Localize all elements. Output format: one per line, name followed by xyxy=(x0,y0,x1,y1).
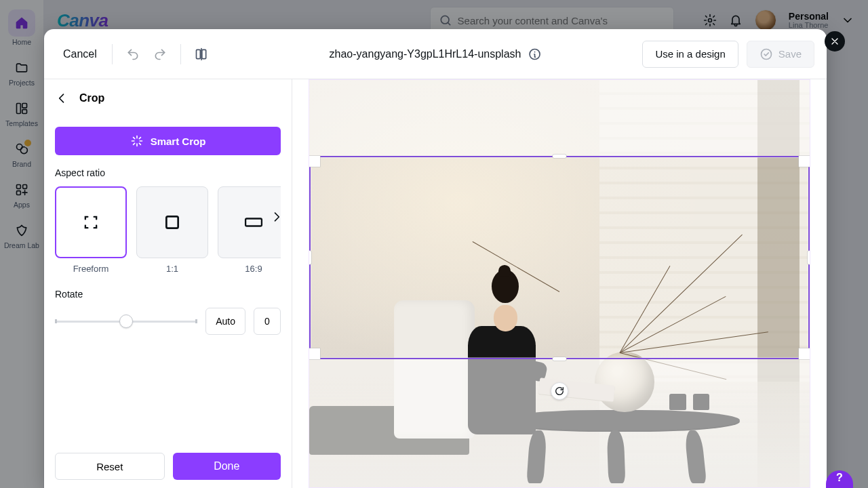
modal-header: Cancel zhao-yangyang-Y3gpL1HrL14-unsplas… xyxy=(44,29,827,79)
crop-handle-right[interactable] xyxy=(808,251,810,264)
crop-rectangle[interactable] xyxy=(309,156,810,359)
done-button[interactable]: Done xyxy=(173,453,281,480)
crop-title: Crop xyxy=(79,92,104,104)
svg-rect-14 xyxy=(166,216,178,228)
image-preview[interactable] xyxy=(309,79,810,488)
chevron-right-icon xyxy=(270,210,283,224)
rotate-value[interactable]: 0 xyxy=(254,308,281,335)
crop-handle-top[interactable] xyxy=(553,155,566,158)
canvas-area xyxy=(292,79,827,488)
crop-handle-tl[interactable] xyxy=(309,156,320,167)
sparkle-icon xyxy=(130,134,144,148)
ratio-caption: 1:1 xyxy=(166,264,178,274)
redo-button[interactable] xyxy=(148,42,172,66)
save-button[interactable]: Save xyxy=(747,41,814,68)
freeform-icon[interactable] xyxy=(55,186,127,258)
crop-dim-bottom xyxy=(309,359,810,487)
rotate-slider[interactable] xyxy=(55,313,197,329)
save-label: Save xyxy=(778,48,802,60)
rotate-auto-button[interactable]: Auto xyxy=(205,308,245,335)
crop-handle-tr[interactable] xyxy=(799,156,810,167)
rotate-handle[interactable] xyxy=(551,382,568,400)
slider-thumb[interactable] xyxy=(119,314,133,328)
aspect-ratio-list: Freeform 1:1 16:9 xyxy=(55,186,281,274)
square-icon[interactable] xyxy=(136,186,208,258)
crop-dim-top xyxy=(309,80,810,156)
crop-panel: Crop Smart Crop Aspect ratio Freeform xyxy=(44,79,292,488)
filename: zhao-yangyang-Y3gpL1HrL14-unsplash xyxy=(330,48,521,60)
crop-handle-bottom[interactable] xyxy=(553,357,566,361)
close-button[interactable] xyxy=(825,31,845,52)
rotate-label: Rotate xyxy=(55,289,281,300)
reset-button[interactable]: Reset xyxy=(55,453,165,480)
smart-crop-button[interactable]: Smart Crop xyxy=(55,127,281,155)
back-icon[interactable] xyxy=(55,92,68,105)
use-in-design-label: Use in a design xyxy=(655,48,725,60)
rotate-icon xyxy=(554,386,565,396)
compare-button[interactable] xyxy=(189,42,214,66)
svg-rect-15 xyxy=(245,219,262,226)
svg-rect-10 xyxy=(196,49,200,58)
aspect-ratio-freeform[interactable]: Freeform xyxy=(55,186,127,274)
modal-body: Crop Smart Crop Aspect ratio Freeform xyxy=(44,79,827,488)
crop-handle-bl[interactable] xyxy=(309,348,320,359)
use-in-design-button[interactable]: Use in a design xyxy=(642,41,738,68)
file-title: zhao-yangyang-Y3gpL1HrL14-unsplash xyxy=(330,47,542,61)
svg-point-13 xyxy=(761,49,771,59)
ratio-caption: Freeform xyxy=(73,264,109,274)
aspect-ratio-16-9[interactable]: 16:9 xyxy=(218,186,281,274)
undo-button[interactable] xyxy=(121,42,145,66)
svg-rect-11 xyxy=(202,49,206,58)
ratio-caption: 16:9 xyxy=(245,264,262,274)
close-icon xyxy=(829,36,840,47)
aspect-ratio-label: Aspect ratio xyxy=(55,167,281,178)
divider xyxy=(112,44,113,64)
smart-crop-label: Smart Crop xyxy=(151,136,206,147)
cancel-button[interactable]: Cancel xyxy=(56,43,104,66)
divider xyxy=(180,44,181,64)
crop-handle-br[interactable] xyxy=(799,348,810,359)
aspect-ratio-next[interactable] xyxy=(269,209,285,225)
aspect-ratio-1-1[interactable]: 1:1 xyxy=(136,186,208,274)
info-icon[interactable] xyxy=(528,47,541,61)
help-label: ? xyxy=(836,472,843,484)
crop-handle-left[interactable] xyxy=(309,251,311,264)
image-editor-modal: Cancel zhao-yangyang-Y3gpL1HrL14-unsplas… xyxy=(44,29,827,488)
check-circle-icon xyxy=(760,47,773,61)
